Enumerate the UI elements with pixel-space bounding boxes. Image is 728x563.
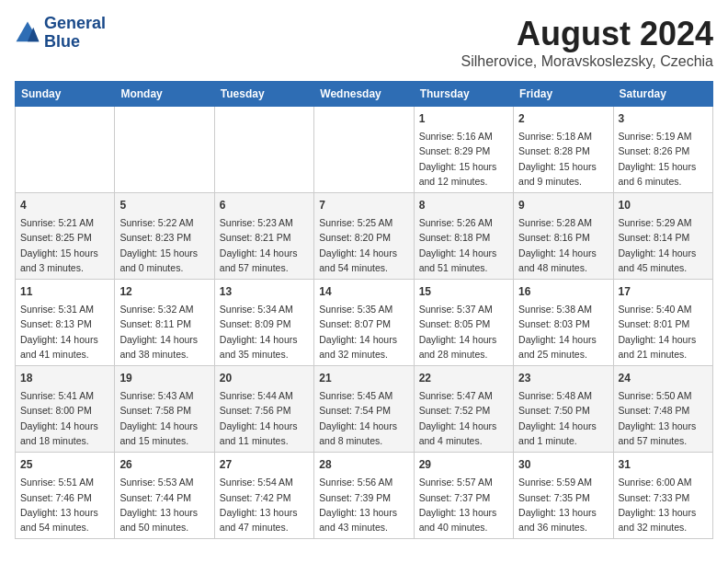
logo-icon [15,20,40,46]
cell-info: Sunrise: 5:29 AM Sunset: 8:14 PM Dayligh… [619,215,708,275]
cell-info: Sunrise: 5:34 AM Sunset: 8:09 PM Dayligh… [220,302,309,362]
date-number: 29 [419,456,508,473]
calendar-cell [16,107,115,193]
date-number: 13 [220,283,309,300]
calendar-cell [314,107,414,193]
calendar-cell: 5Sunrise: 5:22 AM Sunset: 8:23 PM Daylig… [115,193,214,280]
date-number: 14 [319,283,408,300]
date-number: 9 [518,197,608,213]
calendar-cell: 25Sunrise: 5:51 AM Sunset: 7:46 PM Dayli… [16,453,115,539]
date-number: 17 [619,283,708,300]
calendar-cell: 16Sunrise: 5:38 AM Sunset: 8:03 PM Dayli… [514,280,613,366]
date-number: 3 [619,110,708,127]
day-header-friday: Friday [514,82,613,107]
cell-info: Sunrise: 5:25 AM Sunset: 8:20 PM Dayligh… [319,215,408,275]
cell-info: Sunrise: 5:21 AM Sunset: 8:25 PM Dayligh… [20,215,109,275]
day-header-saturday: Saturday [613,82,712,107]
date-number: 7 [319,197,408,213]
main-title: August 2024 [461,15,713,53]
date-number: 4 [20,197,109,213]
day-header-thursday: Thursday [414,82,513,107]
cell-info: Sunrise: 5:51 AM Sunset: 7:46 PM Dayligh… [20,475,109,534]
date-number: 28 [319,456,408,473]
calendar-cell: 14Sunrise: 5:35 AM Sunset: 8:07 PM Dayli… [314,280,414,366]
date-number: 1 [419,110,508,127]
date-number: 18 [20,370,109,386]
header-row: SundayMondayTuesdayWednesdayThursdayFrid… [16,82,713,107]
calendar-cell: 28Sunrise: 5:56 AM Sunset: 7:39 PM Dayli… [314,453,414,539]
date-number: 25 [20,456,109,473]
date-number: 20 [220,370,309,386]
date-number: 15 [419,283,508,300]
calendar-cell: 20Sunrise: 5:44 AM Sunset: 7:56 PM Dayli… [214,366,313,453]
calendar-cell: 12Sunrise: 5:32 AM Sunset: 8:11 PM Dayli… [115,280,214,366]
cell-info: Sunrise: 5:47 AM Sunset: 7:52 PM Dayligh… [419,388,508,448]
cell-info: Sunrise: 5:26 AM Sunset: 8:18 PM Dayligh… [419,215,508,275]
calendar-body: 1Sunrise: 5:16 AM Sunset: 8:29 PM Daylig… [16,107,713,539]
cell-info: Sunrise: 5:37 AM Sunset: 8:05 PM Dayligh… [419,302,508,362]
cell-info: Sunrise: 5:57 AM Sunset: 7:37 PM Dayligh… [419,475,508,534]
page-header: General Blue August 2024 Silherovice, Mo… [15,15,713,70]
date-number: 22 [419,370,508,386]
calendar-cell [214,107,313,193]
date-number: 16 [518,283,608,300]
date-number: 24 [619,370,708,386]
cell-info: Sunrise: 5:59 AM Sunset: 7:35 PM Dayligh… [518,475,608,534]
day-header-monday: Monday [115,82,214,107]
date-number: 8 [419,197,508,213]
cell-info: Sunrise: 5:48 AM Sunset: 7:50 PM Dayligh… [518,388,608,448]
date-number: 30 [518,456,608,473]
cell-info: Sunrise: 5:41 AM Sunset: 8:00 PM Dayligh… [20,388,109,448]
calendar-cell: 31Sunrise: 6:00 AM Sunset: 7:33 PM Dayli… [613,453,712,539]
calendar-header: SundayMondayTuesdayWednesdayThursdayFrid… [16,82,713,107]
calendar-cell: 3Sunrise: 5:19 AM Sunset: 8:26 PM Daylig… [613,107,712,193]
date-number: 26 [119,456,209,473]
date-number: 5 [119,197,209,213]
calendar-cell: 4Sunrise: 5:21 AM Sunset: 8:25 PM Daylig… [16,193,115,280]
cell-info: Sunrise: 5:38 AM Sunset: 8:03 PM Dayligh… [518,302,608,362]
cell-info: Sunrise: 5:35 AM Sunset: 8:07 PM Dayligh… [319,302,408,362]
date-number: 6 [220,197,309,213]
cell-info: Sunrise: 5:44 AM Sunset: 7:56 PM Dayligh… [220,388,309,448]
calendar-cell: 18Sunrise: 5:41 AM Sunset: 8:00 PM Dayli… [16,366,115,453]
cell-info: Sunrise: 5:23 AM Sunset: 8:21 PM Dayligh… [220,215,309,275]
date-number: 27 [220,456,309,473]
calendar-cell: 8Sunrise: 5:26 AM Sunset: 8:18 PM Daylig… [414,193,513,280]
day-header-tuesday: Tuesday [214,82,313,107]
cell-info: Sunrise: 5:19 AM Sunset: 8:26 PM Dayligh… [619,129,708,189]
calendar-cell: 15Sunrise: 5:37 AM Sunset: 8:05 PM Dayli… [414,280,513,366]
cell-info: Sunrise: 5:31 AM Sunset: 8:13 PM Dayligh… [20,302,109,362]
calendar-cell: 22Sunrise: 5:47 AM Sunset: 7:52 PM Dayli… [414,366,513,453]
cell-info: Sunrise: 5:18 AM Sunset: 8:28 PM Dayligh… [518,129,608,189]
cell-info: Sunrise: 5:22 AM Sunset: 8:23 PM Dayligh… [119,215,209,275]
cell-info: Sunrise: 5:54 AM Sunset: 7:42 PM Dayligh… [220,475,309,534]
calendar-cell: 30Sunrise: 5:59 AM Sunset: 7:35 PM Dayli… [514,453,613,539]
calendar-week-5: 25Sunrise: 5:51 AM Sunset: 7:46 PM Dayli… [16,453,713,539]
calendar-cell: 17Sunrise: 5:40 AM Sunset: 8:01 PM Dayli… [613,280,712,366]
title-section: August 2024 Silherovice, Moravskoslezsky… [461,15,713,70]
cell-info: Sunrise: 5:45 AM Sunset: 7:54 PM Dayligh… [319,388,408,448]
date-number: 31 [619,456,708,473]
calendar-week-2: 4Sunrise: 5:21 AM Sunset: 8:25 PM Daylig… [16,193,713,280]
cell-info: Sunrise: 5:53 AM Sunset: 7:44 PM Dayligh… [119,475,209,534]
calendar-cell: 2Sunrise: 5:18 AM Sunset: 8:28 PM Daylig… [514,107,613,193]
date-number: 19 [119,370,209,386]
calendar-cell: 27Sunrise: 5:54 AM Sunset: 7:42 PM Dayli… [214,453,313,539]
cell-info: Sunrise: 5:28 AM Sunset: 8:16 PM Dayligh… [518,215,608,275]
calendar-cell: 6Sunrise: 5:23 AM Sunset: 8:21 PM Daylig… [214,193,313,280]
calendar-cell: 1Sunrise: 5:16 AM Sunset: 8:29 PM Daylig… [414,107,513,193]
day-header-wednesday: Wednesday [314,82,414,107]
cell-info: Sunrise: 5:40 AM Sunset: 8:01 PM Dayligh… [619,302,708,362]
calendar-week-1: 1Sunrise: 5:16 AM Sunset: 8:29 PM Daylig… [16,107,713,193]
calendar-cell [115,107,214,193]
day-header-sunday: Sunday [16,82,115,107]
cell-info: Sunrise: 5:50 AM Sunset: 7:48 PM Dayligh… [619,388,708,448]
calendar-week-3: 11Sunrise: 5:31 AM Sunset: 8:13 PM Dayli… [16,280,713,366]
calendar-cell: 29Sunrise: 5:57 AM Sunset: 7:37 PM Dayli… [414,453,513,539]
cell-info: Sunrise: 5:56 AM Sunset: 7:39 PM Dayligh… [319,475,408,534]
calendar-week-4: 18Sunrise: 5:41 AM Sunset: 8:00 PM Dayli… [16,366,713,453]
calendar-cell: 9Sunrise: 5:28 AM Sunset: 8:16 PM Daylig… [514,193,613,280]
calendar-table: SundayMondayTuesdayWednesdayThursdayFrid… [15,81,713,539]
date-number: 11 [20,283,109,300]
cell-info: Sunrise: 6:00 AM Sunset: 7:33 PM Dayligh… [619,475,708,534]
